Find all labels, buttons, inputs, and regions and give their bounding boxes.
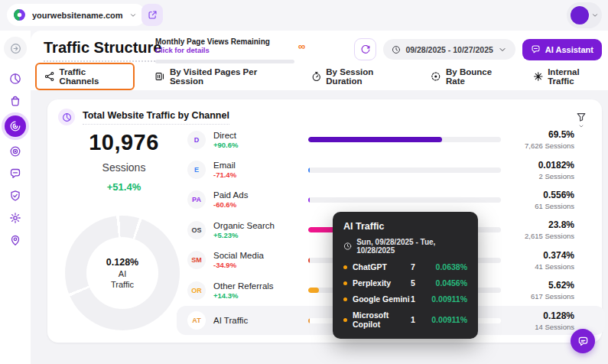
channel-percent: 0.556% — [501, 190, 574, 200]
channel-bar-fill — [308, 318, 310, 323]
channel-sessions: 7,626 Sessions — [501, 141, 574, 150]
donut-center-label: 0.128% AI Traffic — [86, 237, 158, 309]
support-chat-button[interactable] — [571, 329, 595, 353]
refresh-button[interactable] — [354, 38, 376, 60]
account-menu[interactable] — [567, 2, 602, 28]
channel-bar-fill — [308, 258, 310, 263]
sidebar-item-settings[interactable] — [4, 209, 27, 227]
channel-percent: 0.374% — [501, 250, 574, 261]
channel-name: Social Media — [213, 251, 308, 260]
tooltip-row-google-gemini: Google Gemini10.00911% — [343, 294, 467, 304]
tooltip-source-name: ChatGPT — [353, 262, 411, 271]
chat-bubble-icon — [531, 44, 541, 54]
sidebar-item-analytics[interactable] — [4, 70, 27, 88]
channel-sessions: 617 Sessions — [501, 292, 574, 301]
pageviews-details-link[interactable]: Click for details — [155, 46, 305, 54]
sidebar-item-location[interactable] — [4, 231, 27, 249]
chat-bubble-icon — [577, 336, 589, 347]
sidebar-toggle-button[interactable] — [4, 37, 27, 60]
channel-bar-track — [308, 197, 501, 203]
pin-icon — [9, 234, 21, 246]
tab-bounce-rate[interactable]: By Bounce Rate — [429, 63, 512, 89]
tooltip-source-name: Microsoft Copilot — [353, 310, 411, 329]
tab-visited-pages[interactable]: By Visited Pages Per Session — [153, 63, 291, 89]
card-title: Total Website Traffic by Channel — [83, 110, 229, 125]
share-nodes-icon — [44, 71, 55, 82]
channel-badge: PA — [187, 190, 206, 209]
open-site-button[interactable] — [141, 4, 163, 26]
date-range-value: 09/28/2025 - 10/27/2025 — [405, 45, 493, 54]
sidebar-item-security[interactable] — [4, 187, 27, 205]
chevron-down-icon — [129, 11, 137, 19]
total-sessions-label: Sessions — [63, 161, 185, 174]
channel-percent: 23.8% — [501, 219, 574, 230]
total-sessions-block: 10,976 Sessions +51.4% — [63, 130, 185, 193]
channel-bar-fill — [308, 167, 310, 173]
shield-check-icon — [9, 190, 21, 202]
target-icon — [9, 145, 21, 158]
tab-label: By Visited Pages Per Session — [170, 67, 290, 86]
tab-session-duration[interactable]: By Session Duration — [310, 63, 411, 89]
total-sessions-change: +51.4% — [63, 181, 185, 193]
channel-badge: OR — [187, 281, 206, 300]
channel-change: +14.3% — [213, 291, 308, 300]
ai-assistant-label: AI Assistant — [545, 45, 593, 54]
asterisk-icon — [533, 71, 544, 82]
tooltip-source-percent: 0.0456% — [428, 278, 467, 288]
clock-icon — [343, 242, 352, 251]
traffic-by-channel-card: Total Website Traffic by Channel 10,976 … — [47, 99, 602, 343]
ai-traffic-tooltip: AI Traffic Sun, 09/28/2025 - Tue, 10/28/… — [333, 212, 478, 339]
tooltip-row-microsoft-copilot: Microsoft Copilot10.00911% — [343, 310, 467, 329]
site-domain: yourwebsitename.com — [32, 11, 123, 20]
site-logo-icon — [13, 8, 26, 21]
radar-icon — [9, 120, 21, 132]
channel-row-direct[interactable]: DDirect+90.6%69.5%7,626 Sessions — [187, 125, 593, 154]
pie-chart-icon — [9, 73, 21, 85]
chat-icon — [9, 167, 21, 180]
channel-name: AI Traffic — [213, 316, 308, 325]
tooltip-source-percent: 0.0638% — [428, 262, 467, 271]
channel-donut-chart[interactable]: 0.128% AI Traffic — [65, 216, 180, 330]
channel-sessions: 61 Sessions — [501, 202, 574, 210]
topbar: yourwebsitename.com — [0, 0, 608, 31]
channel-bar-track — [308, 137, 501, 142]
tab-label: Internal Traffic — [548, 67, 606, 86]
tooltip-source-name: Google Gemini — [353, 294, 411, 304]
refresh-icon — [360, 44, 371, 55]
tooltip-source-percent: 0.00911% — [428, 294, 467, 304]
sidebar — [0, 31, 31, 364]
clock-icon — [392, 45, 401, 54]
ai-assistant-button[interactable]: AI Assistant — [522, 39, 602, 60]
sidebar-item-traffic[interactable] — [5, 115, 26, 137]
channel-row-email[interactable]: EEmail-71.4%0.0182%2 Sessions — [187, 154, 593, 184]
tab-traffic-channels[interactable]: Traffic Channels — [35, 63, 135, 90]
tab-internal-traffic[interactable]: Internal Traffic — [532, 63, 608, 89]
channel-change: -34.9% — [213, 261, 308, 269]
site-selector[interactable]: yourwebsitename.com — [7, 4, 146, 26]
chevron-down-icon — [498, 45, 507, 54]
gear-icon — [9, 212, 21, 224]
channel-name: Direct — [213, 131, 308, 140]
channel-name: Paid Ads — [213, 190, 308, 200]
sidebar-item-feedback[interactable] — [4, 164, 27, 183]
channel-bar-fill — [308, 288, 319, 293]
tooltip-source-percent: 0.00911% — [428, 315, 467, 324]
sidebar-item-goals[interactable] — [4, 142, 27, 161]
date-range-picker[interactable]: 09/28/2025 - 10/27/2025 — [383, 39, 515, 60]
timer-icon — [311, 71, 322, 82]
tooltip-source-count: 7 — [411, 262, 428, 271]
channel-row-paid-ads[interactable]: PAPaid Ads-60.6%0.556%61 Sessions — [187, 185, 593, 215]
channel-sessions: 14 Sessions — [501, 323, 574, 331]
tooltip-rows: ChatGPT70.0638%Perplexity50.0456%Google … — [343, 262, 467, 329]
bag-icon — [9, 95, 21, 107]
tooltip-title: AI Traffic — [343, 221, 467, 232]
channel-change: -71.4% — [213, 171, 308, 179]
channel-percent: 0.0182% — [501, 160, 574, 171]
tooltip-row-chatgpt: ChatGPT70.0638% — [343, 262, 467, 271]
sidebar-item-orders[interactable] — [4, 92, 27, 110]
channel-change: +5.23% — [213, 231, 308, 239]
page-title: Traffic Structure — [44, 39, 161, 62]
external-link-icon — [148, 10, 158, 20]
avatar — [571, 6, 589, 24]
channel-badge: OS — [187, 221, 206, 239]
